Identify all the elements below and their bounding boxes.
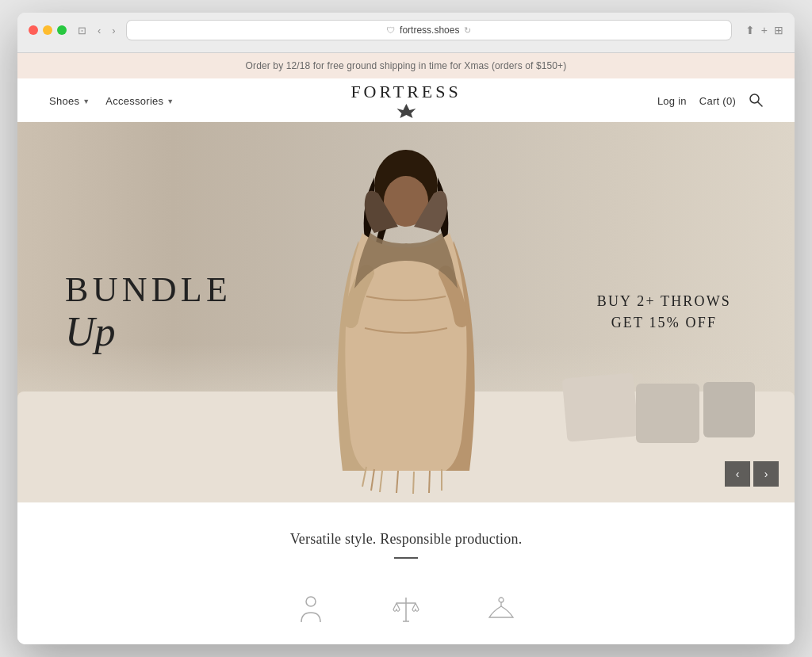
nav-accessories[interactable]: Accessories ▼ — [105, 95, 174, 107]
nav-left: Shoes ▼ Accessories ▼ — [49, 95, 174, 107]
announcement-bar: Order by 12/18 for free ground shipping … — [17, 53, 795, 78]
grid-button[interactable]: ⊞ — [774, 24, 783, 36]
feature-scale — [390, 594, 422, 625]
forward-button[interactable]: › — [109, 23, 118, 38]
pillow-1 — [562, 372, 639, 442]
scale-feature-icon — [390, 594, 422, 625]
features-icons-row — [17, 575, 795, 644]
announcement-text: Order by 12/18 for free ground shipping … — [246, 60, 567, 71]
bundle-line1: BUNDLE — [65, 273, 232, 307]
maximize-button[interactable] — [57, 25, 67, 35]
hero-text-right: BUY 2+ THROWS GET 15% OFF — [597, 291, 731, 334]
tagline-divider — [394, 557, 418, 559]
svg-line-8 — [413, 472, 414, 494]
svg-line-7 — [396, 471, 398, 493]
new-tab-button[interactable]: + — [761, 24, 768, 36]
url-text: fortress.shoes — [400, 25, 459, 36]
person-feature-icon — [295, 594, 327, 625]
bundle-line2: Up — [65, 311, 232, 353]
pillow-3 — [703, 382, 755, 437]
browser-chrome: ⊡ ‹ › 🛡 fortress.shoes ↻ ⬆ + ⊞ — [17, 13, 795, 53]
svg-point-15 — [499, 598, 504, 602]
hero-nav-controls: ‹ › — [725, 461, 779, 487]
pillow-2 — [636, 384, 699, 443]
shield-icon: 🛡 — [386, 25, 395, 35]
traffic-lights — [29, 25, 67, 35]
feature-hanger — [485, 594, 517, 625]
share-button[interactable]: ⬆ — [745, 24, 755, 36]
svg-line-9 — [429, 471, 430, 493]
svg-point-11 — [306, 597, 316, 606]
svg-line-1 — [758, 102, 762, 106]
hanger-feature-icon — [485, 594, 517, 625]
logo-emblem — [350, 104, 461, 121]
website: Order by 12/18 for free ground shipping … — [17, 53, 795, 644]
cart-link[interactable]: Cart (0) — [699, 95, 736, 107]
promo-line1: BUY 2+ THROWS — [597, 291, 731, 312]
search-icon[interactable] — [749, 93, 763, 109]
hero-text-left: BUNDLE Up — [65, 273, 232, 353]
back-button[interactable]: ‹ — [94, 23, 104, 38]
accessories-dropdown-arrow: ▼ — [167, 97, 174, 105]
svg-point-0 — [750, 94, 759, 103]
minimize-button[interactable] — [43, 25, 52, 35]
login-link[interactable]: Log in — [657, 95, 687, 107]
close-button[interactable] — [29, 25, 38, 35]
nav-shoes[interactable]: Shoes ▼ — [49, 95, 90, 107]
browser-controls: ⊡ ‹ › — [75, 23, 119, 38]
browser-actions: ⬆ + ⊞ — [745, 24, 783, 36]
tagline-text: Versatile style. Responsible production. — [33, 531, 779, 548]
nav-right: Log in Cart (0) — [657, 93, 763, 109]
reload-icon: ↻ — [464, 25, 471, 36]
feature-person — [295, 594, 327, 625]
address-bar[interactable]: 🛡 fortress.shoes ↻ — [127, 21, 731, 40]
hero-banner: BUNDLE Up BUY 2+ THROWS GET 15% OFF ‹ › — [17, 122, 795, 502]
hero-person — [271, 122, 541, 502]
svg-line-5 — [371, 469, 374, 491]
logo-area[interactable]: FORTRESS — [350, 82, 461, 121]
shoes-dropdown-arrow: ▼ — [82, 97, 90, 105]
navigation: Shoes ▼ Accessories ▼ FORTRESS — [17, 78, 795, 122]
hero-next-button[interactable]: › — [753, 461, 779, 487]
sidebar-toggle-button[interactable]: ⊡ — [75, 23, 90, 38]
person-silhouette — [295, 138, 517, 502]
promo-line2: GET 15% OFF — [597, 312, 731, 334]
nav-bar: Shoes ▼ Accessories ▼ FORTRESS — [17, 78, 795, 122]
tagline-section: Versatile style. Responsible production. — [17, 502, 795, 575]
logo-text: FORTRESS — [350, 82, 461, 102]
hero-prev-button[interactable]: ‹ — [725, 461, 750, 487]
browser-window: ⊡ ‹ › 🛡 fortress.shoes ↻ ⬆ + ⊞ Order by … — [17, 13, 795, 644]
svg-line-6 — [380, 471, 382, 492]
